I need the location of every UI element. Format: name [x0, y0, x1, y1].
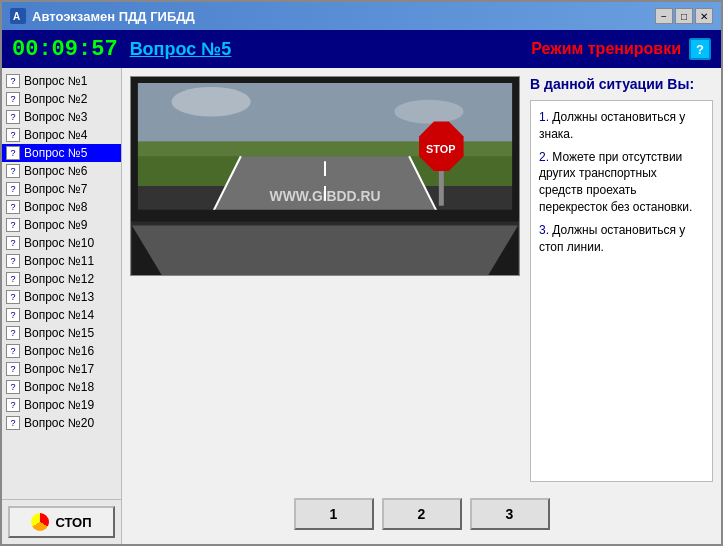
sidebar-item-q12[interactable]: ?Вопрос №12 [2, 270, 121, 288]
header-right: Режим тренировки ? [531, 38, 711, 60]
title-bar-left: A Автоэкзамен ПДД ГИБДД [10, 8, 195, 24]
answer-num-2: 2. [539, 150, 549, 164]
question-icon: ? [6, 380, 20, 394]
app-icon: A [10, 8, 26, 24]
close-button[interactable]: ✕ [695, 8, 713, 24]
sidebar-item-q17[interactable]: ?Вопрос №17 [2, 360, 121, 378]
svg-marker-26 [132, 226, 518, 276]
sidebar-item-q6[interactable]: ?Вопрос №6 [2, 162, 121, 180]
question-icon: ? [6, 236, 20, 250]
question-list: ?Вопрос №1?Вопрос №2?Вопрос №3?Вопрос №4… [2, 68, 121, 499]
question-prompt: В данной ситуации Вы: [530, 76, 713, 92]
road-scene-svg: STOP [131, 77, 519, 275]
main-window: A Автоэкзамен ПДД ГИБДД − □ ✕ 00:09:57 В… [0, 0, 723, 546]
sidebar-item-q20[interactable]: ?Вопрос №20 [2, 414, 121, 432]
sidebar-item-q9[interactable]: ?Вопрос №9 [2, 216, 121, 234]
svg-point-10 [172, 87, 251, 117]
sidebar-item-q7[interactable]: ?Вопрос №7 [2, 180, 121, 198]
question-icon: ? [6, 218, 20, 232]
sidebar-item-label: Вопрос №13 [24, 290, 94, 304]
sidebar-item-q11[interactable]: ?Вопрос №11 [2, 252, 121, 270]
sidebar-item-label: Вопрос №3 [24, 110, 87, 124]
question-icon: ? [6, 200, 20, 214]
sidebar-item-label: Вопрос №9 [24, 218, 87, 232]
answer-buttons-row: 123 [130, 492, 713, 536]
sidebar-item-label: Вопрос №7 [24, 182, 87, 196]
question-icon: ? [6, 74, 20, 88]
sidebar-item-label: Вопрос №12 [24, 272, 94, 286]
question-icon: ? [6, 164, 20, 178]
stop-label: СТОП [55, 515, 91, 530]
question-icon: ? [6, 110, 20, 124]
sidebar-item-label: Вопрос №1 [24, 74, 87, 88]
window-title: Автоэкзамен ПДД ГИБДД [32, 9, 195, 24]
answer-button-2[interactable]: 2 [382, 498, 462, 530]
question-area: STOP [130, 76, 713, 482]
sidebar-item-q13[interactable]: ?Вопрос №13 [2, 288, 121, 306]
question-icon: ? [6, 344, 20, 358]
svg-text:STOP: STOP [426, 143, 455, 155]
question-icon: ? [6, 362, 20, 376]
sidebar-item-q14[interactable]: ?Вопрос №14 [2, 306, 121, 324]
sidebar-item-label: Вопрос №18 [24, 380, 94, 394]
header-left: 00:09:57 Вопрос №5 [12, 37, 231, 62]
window-controls: − □ ✕ [655, 8, 713, 24]
sidebar-item-q15[interactable]: ?Вопрос №15 [2, 324, 121, 342]
minimize-button[interactable]: − [655, 8, 673, 24]
question-image: STOP [130, 76, 520, 276]
sidebar-item-q3[interactable]: ?Вопрос №3 [2, 108, 121, 126]
sidebar-item-label: Вопрос №6 [24, 164, 87, 178]
sidebar-item-label: Вопрос №10 [24, 236, 94, 250]
content-area: STOP [122, 68, 721, 544]
answers-section: 1. Должны остановиться у знака.2. Можете… [530, 100, 713, 482]
sidebar-item-label: Вопрос №20 [24, 416, 94, 430]
sidebar-item-q16[interactable]: ?Вопрос №16 [2, 342, 121, 360]
answer-button-3[interactable]: 3 [470, 498, 550, 530]
header-bar: 00:09:57 Вопрос №5 Режим тренировки ? [2, 30, 721, 68]
sidebar-item-label: Вопрос №11 [24, 254, 94, 268]
sidebar-item-q2[interactable]: ?Вопрос №2 [2, 90, 121, 108]
question-number: Вопрос №5 [130, 39, 232, 60]
question-icon: ? [6, 128, 20, 142]
svg-text:WWW.GIBDD.RU: WWW.GIBDD.RU [270, 188, 381, 204]
answer-num-1: 1. [539, 110, 549, 124]
sidebar-item-q8[interactable]: ?Вопрос №8 [2, 198, 121, 216]
question-icon: ? [6, 92, 20, 106]
svg-rect-16 [439, 171, 444, 206]
question-icon: ? [6, 146, 20, 160]
question-text-area: В данной ситуации Вы: 1. Должны останови… [530, 76, 713, 482]
stop-icon [31, 513, 49, 531]
question-icon: ? [6, 254, 20, 268]
answer-text-2: 2. Можете при отсутствии других транспор… [539, 149, 704, 216]
sidebar-item-label: Вопрос №19 [24, 398, 94, 412]
sidebar-item-label: Вопрос №4 [24, 128, 87, 142]
question-icon: ? [6, 272, 20, 286]
question-icon: ? [6, 416, 20, 430]
stop-button[interactable]: СТОП [8, 506, 115, 538]
question-icon: ? [6, 182, 20, 196]
sidebar-item-q19[interactable]: ?Вопрос №19 [2, 396, 121, 414]
sidebar-item-q1[interactable]: ?Вопрос №1 [2, 72, 121, 90]
svg-text:A: A [13, 11, 20, 22]
maximize-button[interactable]: □ [675, 8, 693, 24]
sidebar-item-label: Вопрос №2 [24, 92, 87, 106]
sidebar-item-q5[interactable]: ?Вопрос №5 [2, 144, 121, 162]
answer-text-3: 3. Должны остановиться у стоп линии. [539, 222, 704, 256]
help-button[interactable]: ? [689, 38, 711, 60]
answer-button-1[interactable]: 1 [294, 498, 374, 530]
sidebar-item-label: Вопрос №14 [24, 308, 94, 322]
sidebar-item-q4[interactable]: ?Вопрос №4 [2, 126, 121, 144]
main-content: ?Вопрос №1?Вопрос №2?Вопрос №3?Вопрос №4… [2, 68, 721, 544]
sidebar-item-label: Вопрос №5 [24, 146, 87, 160]
sidebar-item-label: Вопрос №16 [24, 344, 94, 358]
title-bar: A Автоэкзамен ПДД ГИБДД − □ ✕ [2, 2, 721, 30]
sidebar-footer: СТОП [2, 499, 121, 544]
sidebar-item-q18[interactable]: ?Вопрос №18 [2, 378, 121, 396]
answer-text-1: 1. Должны остановиться у знака. [539, 109, 704, 143]
question-icon: ? [6, 290, 20, 304]
question-icon: ? [6, 398, 20, 412]
sidebar-item-q10[interactable]: ?Вопрос №10 [2, 234, 121, 252]
question-icon: ? [6, 326, 20, 340]
timer-display: 00:09:57 [12, 37, 118, 62]
question-icon: ? [6, 308, 20, 322]
